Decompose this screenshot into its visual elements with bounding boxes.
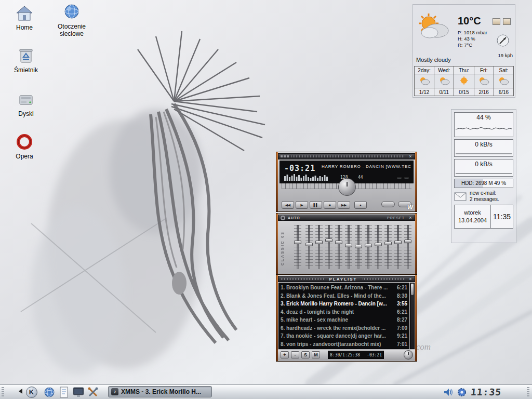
- forecast-day: Sat: 6/16: [494, 66, 514, 96]
- document-launcher[interactable]: [57, 385, 70, 398]
- weather-rain: R: 7°C: [458, 42, 472, 48]
- playlist-footer: + - S M 8:30/1:25:38 -03:21: [278, 350, 415, 360]
- playlist-select-button[interactable]: S: [301, 351, 310, 358]
- playback-time[interactable]: -03:21: [284, 164, 315, 173]
- kmenu-icon: K: [26, 387, 37, 398]
- eq-skin-label: CLASSIC 03: [280, 231, 285, 265]
- playlist-add-button[interactable]: +: [281, 351, 289, 358]
- previous-button[interactable]: ◀◀: [282, 201, 294, 209]
- playlist-item[interactable]: 6. hardheadz - wreck the remix(beholder …: [281, 324, 407, 332]
- weather-forecast: 2day: 1/12 Wed: 0/11 Thu: 0/15 Fri: 2/16…: [414, 66, 514, 96]
- task-label: XMMS - 3. Erick Morillo H...: [121, 388, 201, 395]
- panel-grip[interactable]: [2, 387, 4, 396]
- track-title-marquee: HARRY ROMERO - DANCIN [WWW.TECH: [322, 164, 411, 169]
- play-button[interactable]: ▶: [296, 201, 308, 209]
- eq-band-slider[interactable]: [355, 225, 362, 269]
- desktop-icon-label: Śmietnik: [4, 66, 48, 74]
- taskbar-task-xmms[interactable]: ♪ XMMS - 3. Erick Morillo H...: [108, 386, 212, 397]
- playlist-title: PLAYLIST: [329, 277, 357, 282]
- eq-band-slider[interactable]: [365, 225, 372, 269]
- close-icon[interactable]: ×: [408, 276, 413, 282]
- playlist-item[interactable]: 2. Blank & Jones Feat. Elles - Mind of t…: [281, 292, 407, 300]
- playlist-scrollbar[interactable]: [410, 283, 415, 349]
- eq-preset-label[interactable]: PRESET: [387, 216, 405, 220]
- eq-band-slider[interactable]: [394, 225, 402, 269]
- pause-button[interactable]: ▌▌: [310, 201, 322, 209]
- desktop-icon-home[interactable]: Home: [3, 4, 46, 31]
- playlist-knob[interactable]: [404, 350, 413, 360]
- weather-wind-speed: 19 kph: [498, 52, 513, 58]
- playlist-item[interactable]: 4. deaz d - tonight is the night6:21: [281, 308, 407, 316]
- date-time-box: wtorek 13.04.2004 11:35: [454, 205, 513, 229]
- tools-icon: [87, 387, 99, 398]
- tray-kde-settings[interactable]: [455, 385, 468, 398]
- settings-launcher[interactable]: [86, 385, 99, 398]
- playlist-item[interactable]: 8. von trips - zandvoort(tarzanbocht mix…: [281, 340, 407, 349]
- xmms-playlist-titlebar[interactable]: PLAYLIST ×: [278, 276, 415, 282]
- weather-condition-text: Mostly cloudy: [416, 57, 451, 63]
- eject-button[interactable]: ▲: [354, 201, 367, 209]
- next-button[interactable]: ▶▶: [338, 201, 350, 209]
- close-icon[interactable]: ×: [408, 215, 413, 220]
- scrollbar-handle[interactable]: [411, 284, 414, 295]
- playlist-item-current[interactable]: 3. Erick Morillo Harry Romero - Dancin […: [281, 300, 407, 308]
- cpu-monitor: 44 %: [454, 112, 513, 137]
- cpu-graph: [456, 121, 512, 132]
- forecast-day: Fri: 2/16: [474, 66, 494, 96]
- stereo-led: [397, 177, 402, 179]
- desktop-icon-label: Home: [3, 24, 46, 31]
- eq-band-slider[interactable]: [335, 225, 342, 269]
- playlist-remove-button[interactable]: -: [291, 351, 299, 358]
- eq-preamp-slider[interactable]: [294, 225, 301, 269]
- terminal-launcher[interactable]: [72, 385, 85, 398]
- eq-band-slider[interactable]: [375, 225, 382, 269]
- disks-icon: [17, 90, 35, 109]
- samplerate-value: 44: [358, 175, 363, 180]
- titlebar-texture: [363, 278, 405, 280]
- envelope-icon: [454, 192, 467, 201]
- kmenu-button[interactable]: K: [25, 385, 38, 398]
- forecast-day: Wed: 0/11: [434, 66, 454, 96]
- desktop-icon-trash[interactable]: Śmietnik: [4, 47, 48, 74]
- weather-condition-icon: [414, 12, 455, 42]
- browser-launcher[interactable]: [43, 385, 56, 398]
- eq-band-slider[interactable]: [404, 225, 411, 269]
- forecast-icon: [434, 74, 454, 88]
- panel-hide-arrow[interactable]: [19, 389, 22, 394]
- network-up-monitor: 0 kB/s: [454, 159, 513, 177]
- desktop-icon-opera[interactable]: Opera: [3, 133, 46, 160]
- weekday: wtorek: [455, 209, 490, 217]
- eq-band-slider[interactable]: [384, 225, 392, 269]
- close-icon[interactable]: ×: [408, 154, 413, 159]
- forecast-icon: [474, 74, 494, 88]
- terminal-icon: [73, 387, 84, 397]
- forecast-icon: [454, 74, 473, 88]
- playlist-item[interactable]: 5. mike heart - sex machine8:27: [281, 316, 407, 324]
- xmms-main-titlebar[interactable]: ×: [278, 153, 415, 159]
- tray-volume[interactable]: [442, 385, 455, 398]
- playlist-item[interactable]: 1. Brooklyn Bounce Feat. Arizona - There…: [281, 284, 407, 292]
- titlebar-texture: [281, 278, 324, 280]
- desktop: d.com Home Otoczenie sieciowe Śmietnik D…: [0, 0, 532, 399]
- gear-icon: [457, 387, 467, 397]
- desktop-icon-disks[interactable]: Dyski: [4, 90, 48, 117]
- equalizer-toggle-button[interactable]: [381, 201, 395, 207]
- eq-band-slider[interactable]: [345, 225, 352, 269]
- wind-compass-icon: [496, 34, 510, 47]
- mail-notifier: new e-mail: 2 messages.: [454, 190, 513, 203]
- eq-band-slider[interactable]: [305, 225, 313, 269]
- eq-band-slider[interactable]: [325, 225, 332, 269]
- panel-grip-right[interactable]: [527, 387, 529, 396]
- eq-band-slider[interactable]: [315, 225, 323, 269]
- playlist-misc-button[interactable]: M: [312, 351, 320, 358]
- stop-button[interactable]: ■: [324, 201, 336, 209]
- playlist-item[interactable]: 7. tha nookie - square dance(dj anger ha…: [281, 332, 407, 340]
- volume-knob[interactable]: [338, 178, 356, 196]
- desktop-icon-label: Dyski: [4, 110, 48, 117]
- taskbar-clock[interactable]: 11:35: [470, 387, 502, 397]
- hdd-usage-text: HDD: 2698 M 49 %: [455, 179, 513, 188]
- eq-auto-label[interactable]: AUTO: [288, 216, 300, 220]
- network-down-monitor: 0 kB/s: [454, 139, 513, 157]
- desktop-icon-network[interactable]: Otoczenie sieciowe: [50, 3, 94, 37]
- xmms-eq-titlebar[interactable]: AUTO PRESET ×: [278, 215, 415, 221]
